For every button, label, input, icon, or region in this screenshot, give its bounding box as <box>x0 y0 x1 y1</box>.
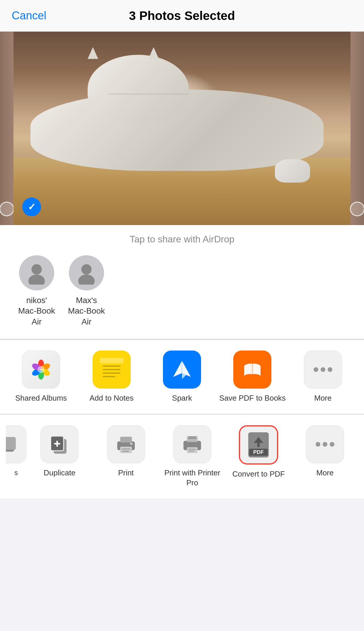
save-pdf-label: Save PDF to Books <box>219 393 286 403</box>
notes-icon-wrapper <box>93 351 131 389</box>
dot <box>328 367 332 372</box>
action-print[interactable]: Print <box>93 425 159 478</box>
print-icon-wrapper <box>107 425 145 463</box>
photo-right-peek <box>351 32 364 225</box>
print-pro-label: Print with Printer Pro <box>160 468 224 488</box>
action-row-2: s Duplicate <box>0 415 364 499</box>
action-items-row1: Shared Albums Add to Notes <box>6 351 358 403</box>
airdrop-section: Tap to share with AirDrop nikos' Mac-Boo… <box>0 225 364 339</box>
spark-icon <box>170 358 194 381</box>
dot <box>323 442 327 447</box>
svg-point-1 <box>28 275 45 285</box>
duplicate-icon <box>48 433 71 456</box>
spark-icon-wrapper <box>163 351 201 389</box>
dot <box>321 367 325 372</box>
contact-avatar-max <box>69 255 104 290</box>
contact-avatar-nikos <box>19 255 54 290</box>
duplicate-label: Duplicate <box>44 468 75 478</box>
action-items-row2: s Duplicate <box>6 425 358 488</box>
action-spark[interactable]: Spark <box>147 351 217 403</box>
header: Cancel 3 Photos Selected <box>0 0 364 32</box>
action-more-1[interactable]: More <box>288 351 358 403</box>
action-partial[interactable]: s <box>6 425 26 477</box>
convert-pdf-icon: PDF <box>247 432 270 458</box>
svg-point-10 <box>38 366 45 373</box>
dot <box>314 367 318 372</box>
shared-albums-icon-wrapper <box>22 351 60 389</box>
action-more-2[interactable]: More <box>292 425 358 478</box>
more-dots-1 <box>314 367 332 372</box>
photo-strip <box>0 32 364 225</box>
cat-photo <box>13 32 351 225</box>
svg-rect-22 <box>6 437 16 450</box>
svg-text:PDF: PDF <box>253 449 264 455</box>
action-row-1: Shared Albums Add to Notes <box>0 340 364 414</box>
svg-point-3 <box>78 275 95 285</box>
person-icon <box>25 261 48 285</box>
divider-2 <box>0 414 364 414</box>
svg-rect-35 <box>187 447 198 453</box>
airdrop-hint: Tap to share with AirDrop <box>12 234 352 245</box>
printer-pro-icon <box>181 433 204 456</box>
partial-icon-wrapper <box>6 425 26 463</box>
print-icon <box>114 433 138 456</box>
spark-label: Spark <box>172 393 192 403</box>
svg-point-2 <box>81 264 91 274</box>
duplicate-icon-wrapper <box>40 425 79 463</box>
photo-selected-badge <box>22 198 41 216</box>
action-save-pdf[interactable]: Save PDF to Books <box>217 351 288 403</box>
photos-icon <box>28 356 54 383</box>
svg-rect-16 <box>100 358 123 363</box>
contact-max[interactable]: Max's Mac-Book Air <box>67 255 106 327</box>
convert-pdf-icon-wrapper: PDF <box>239 425 278 465</box>
page-title: 3 Photos Selected <box>129 9 235 23</box>
person-icon <box>75 261 98 285</box>
action-duplicate[interactable]: Duplicate <box>26 425 93 478</box>
more-label-2: More <box>316 468 334 478</box>
partial-icon <box>6 434 18 455</box>
books-icon <box>241 358 264 381</box>
photo-main[interactable] <box>13 32 351 225</box>
add-notes-label: Add to Notes <box>89 393 133 403</box>
photo-left-peek <box>0 32 13 225</box>
action-print-pro[interactable]: Print with Printer Pro <box>159 425 225 488</box>
print-label: Print <box>118 468 134 478</box>
books-icon-wrapper <box>233 351 271 389</box>
shared-albums-label: Shared Albums <box>15 393 67 403</box>
svg-point-0 <box>31 264 42 274</box>
contact-name-max: Max's Mac-Book Air <box>67 295 106 327</box>
dot <box>330 442 334 447</box>
action-add-notes[interactable]: Add to Notes <box>76 351 147 403</box>
notes-icon <box>100 358 123 381</box>
svg-rect-29 <box>120 447 132 453</box>
more-icon-wrapper-2 <box>306 425 344 463</box>
selection-circle-right <box>350 202 364 216</box>
action-shared-albums[interactable]: Shared Albums <box>6 351 76 403</box>
more-icon-wrapper-1 <box>304 351 342 389</box>
contact-nikos[interactable]: nikos' Mac-Book Air <box>18 255 56 327</box>
selection-circle-left <box>0 202 14 216</box>
action-convert-pdf[interactable]: PDF Convert to PDF <box>225 425 292 479</box>
convert-pdf-label: Convert to PDF <box>232 469 285 479</box>
svg-point-32 <box>130 443 132 445</box>
more-label-1: More <box>314 393 331 403</box>
contact-name-nikos: nikos' Mac-Book Air <box>18 295 56 327</box>
partial-label: s <box>6 468 26 477</box>
divider-1 <box>0 339 364 339</box>
airdrop-contacts: nikos' Mac-Book Air Max's Mac-Book Air <box>12 255 352 327</box>
dot <box>316 442 320 447</box>
more-dots-2 <box>316 442 334 447</box>
svg-rect-28 <box>120 437 132 443</box>
printer-pro-icon-wrapper <box>173 425 211 463</box>
cancel-button[interactable]: Cancel <box>12 9 46 22</box>
